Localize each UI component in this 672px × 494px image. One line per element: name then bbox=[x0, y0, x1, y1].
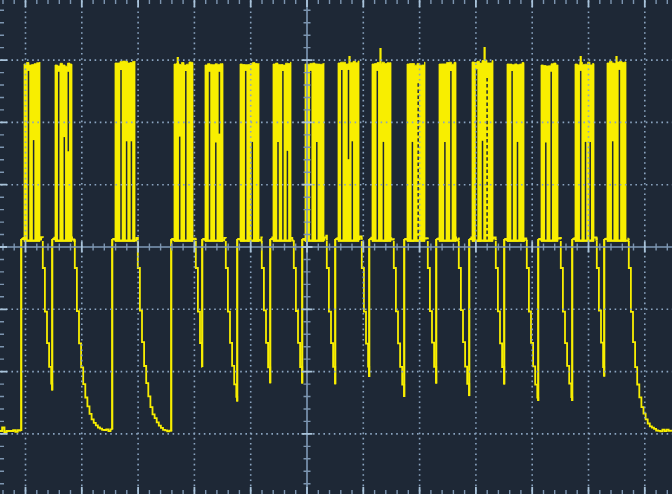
oscilloscope-screen bbox=[0, 0, 672, 494]
waveform-display bbox=[0, 0, 672, 494]
